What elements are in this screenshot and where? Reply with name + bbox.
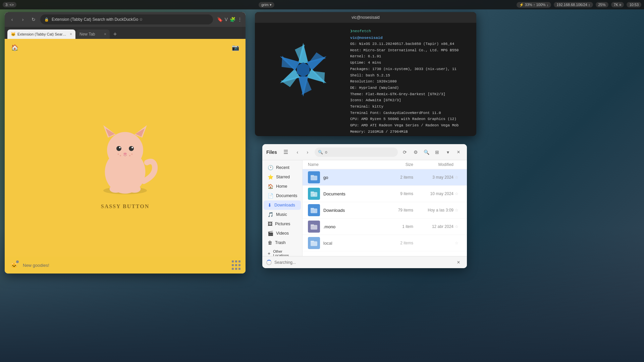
file-star-button[interactable]: ☆ bbox=[455, 208, 462, 213]
apps-icon[interactable] bbox=[231, 260, 241, 270]
new-tab-button[interactable]: + bbox=[110, 29, 120, 39]
files-view-dropdown[interactable]: ▾ bbox=[443, 148, 452, 157]
terminal-line: Terminal: kitty bbox=[350, 104, 383, 110]
files-search-bar[interactable]: 🔍 o bbox=[315, 147, 398, 157]
column-name: Name bbox=[308, 162, 386, 167]
topbar-workspace-label: 3: <> bbox=[5, 3, 14, 7]
topbar: 3: <> grim ▾ ⚡ 33% ↑ 100% ↓ 192.168.68.1… bbox=[0, 0, 644, 9]
sidebar-item-trash-label: Trash bbox=[275, 240, 286, 245]
tab-active[interactable]: 🐱 Extension (Tabby Cat) Search with Duck… bbox=[7, 29, 75, 39]
address-bar[interactable]: 🔒 Extension (Tabby Cat) Search with Duck… bbox=[40, 14, 213, 24]
folder-icon: D bbox=[308, 188, 320, 200]
file-star-button[interactable]: ☆ bbox=[455, 175, 462, 180]
tab-close-button[interactable]: × bbox=[70, 32, 72, 37]
svg-point-11 bbox=[123, 153, 126, 155]
sidebar-item-pictures[interactable]: 🖼 Pictures bbox=[264, 219, 301, 229]
notification-badge[interactable]: 🐱 bbox=[9, 260, 19, 270]
sidebar-item-trash[interactable]: 🗑 Trash bbox=[264, 238, 301, 247]
extensions-icon[interactable]: 🧩 bbox=[230, 17, 235, 22]
topbar-left: 3: <> bbox=[3, 2, 16, 7]
theme-line: Theme: Flat-Remix-GTK-Grey-Darkest [GTK2… bbox=[350, 91, 445, 98]
forward-button[interactable]: › bbox=[19, 15, 27, 23]
search-cancel-button[interactable]: × bbox=[454, 258, 463, 267]
gpu-line: GPU: AMD ATI Radeon Vega Series / Radeon… bbox=[350, 122, 459, 129]
other-locations-icon: + bbox=[268, 251, 270, 256]
reload-button[interactable]: ↻ bbox=[30, 15, 38, 23]
svg-point-8 bbox=[129, 146, 134, 151]
files-menu-button[interactable]: ☰ bbox=[281, 147, 290, 157]
files-close-button[interactable]: × bbox=[454, 148, 463, 157]
terminal-content[interactable]: ❯ neofetch vic@nosesisaid OS: NixOS 23.1… bbox=[255, 23, 476, 136]
shell-line: Shell: bash 5.2.15 bbox=[350, 72, 390, 79]
new-tab-close-button[interactable]: × bbox=[104, 32, 106, 37]
svg-point-15 bbox=[129, 155, 130, 157]
table-row[interactable]: ↓ Downloads 79 items Hoy a las 3:09 ☆ bbox=[303, 202, 467, 219]
browser-icons: 🔖 V 🧩 ⋮ bbox=[217, 17, 242, 22]
sidebar-item-downloads[interactable]: ⬇ Downloads bbox=[264, 200, 301, 210]
search-icon: 🔍 bbox=[318, 150, 323, 155]
home-icon-button[interactable]: 🏠 bbox=[9, 42, 21, 54]
camera-icon-button[interactable]: 📷 bbox=[229, 42, 241, 54]
files-view-toggle[interactable]: ⊞ bbox=[433, 148, 441, 157]
topbar-clock: 10:53 bbox=[627, 2, 641, 7]
trash-icon: 🗑 bbox=[268, 240, 272, 245]
file-star-button[interactable]: ☆ bbox=[455, 241, 462, 245]
file-star-button[interactable]: ☆ bbox=[455, 224, 462, 229]
column-size: Size bbox=[386, 162, 413, 167]
tab-new-tab[interactable]: New Tab × bbox=[76, 29, 110, 39]
sidebar-item-videos[interactable]: 🎬 Videos bbox=[264, 229, 301, 238]
back-button[interactable]: ‹ bbox=[8, 15, 16, 23]
file-name: Documents bbox=[323, 191, 386, 196]
terminal-logo bbox=[260, 26, 347, 133]
sidebar-item-documents[interactable]: 📄 Documents bbox=[264, 191, 301, 200]
starred-icon: ⭐ bbox=[268, 174, 273, 180]
recent-icon: 🕐 bbox=[268, 165, 273, 170]
topbar-workspace-pill[interactable]: 3: <> bbox=[3, 2, 16, 7]
files-main-panel: Name Size Modified go 2 items 3 may 2024… bbox=[303, 160, 467, 256]
documents-icon: 📄 bbox=[268, 193, 273, 198]
bookmark-icon[interactable]: 🔖 bbox=[217, 17, 223, 22]
file-size: 2 items bbox=[386, 241, 413, 245]
more-icon[interactable]: ⋮ bbox=[237, 17, 242, 22]
sidebar-item-other-locations-label: Other Locations bbox=[273, 249, 297, 256]
table-row[interactable]: .mono 1 item 12 abr 2024 ☆ bbox=[303, 219, 467, 235]
files-forward-button[interactable]: › bbox=[303, 148, 312, 157]
account-icon[interactable]: V bbox=[225, 17, 228, 22]
svg-rect-31 bbox=[311, 176, 317, 180]
table-row[interactable]: local 2 items ☆ bbox=[303, 235, 467, 251]
svg-rect-39 bbox=[311, 225, 317, 230]
file-star-button[interactable]: ☆ bbox=[455, 191, 462, 196]
files-filter-icon[interactable]: ⚙ bbox=[411, 148, 420, 157]
tab-label: Extension (Tabby Cat) Search with DuckDu… bbox=[17, 32, 68, 36]
uptime-line: Uptime: 4 mins bbox=[350, 60, 381, 66]
topbar-center-pill[interactable]: grim ▾ bbox=[259, 2, 274, 8]
folder-icon bbox=[308, 221, 320, 233]
lock-icon: 🔒 bbox=[44, 17, 49, 22]
files-history-icon[interactable]: ⟳ bbox=[400, 148, 409, 157]
resolution-line: Resolution: 644x362 bbox=[350, 78, 397, 85]
videos-icon: 🎬 bbox=[268, 231, 273, 236]
table-row[interactable]: D Documents 9 items 10 may 2024 ☆ bbox=[303, 186, 467, 202]
sidebar-item-home[interactable]: 🏠 Home bbox=[264, 182, 301, 191]
browser-toolbar: 🏠 📷 bbox=[9, 42, 241, 54]
browser-window: ‹ › ↻ 🔒 Extension (Tabby Cat) Search wit… bbox=[5, 12, 246, 274]
files-search-icon[interactable]: 🔍 bbox=[422, 148, 431, 157]
topbar-center-label: grim ▾ bbox=[261, 3, 271, 7]
terminal-title: vic@nosesisaid bbox=[352, 15, 380, 20]
sidebar-item-starred[interactable]: ⭐ Starred bbox=[264, 172, 301, 182]
user-host-line: vic@nosesisaid bbox=[350, 35, 472, 41]
sidebar-item-recent[interactable]: 🕐 Recent bbox=[264, 163, 301, 172]
table-row[interactable]: go 2 items 3 may 2024 ☆ bbox=[303, 169, 467, 186]
terminal-info: ❯ neofetch vic@nosesisaid OS: NixOS 23.1… bbox=[350, 26, 472, 133]
sidebar-item-other-locations[interactable]: + Other Locations bbox=[264, 247, 301, 256]
browser-content: 🏠 📷 bbox=[5, 39, 246, 274]
sidebar-item-music[interactable]: 🎵 Music bbox=[264, 210, 301, 219]
downloads-icon: ⬇ bbox=[268, 202, 272, 208]
files-back-button[interactable]: ‹ bbox=[293, 148, 302, 157]
address-text: Extension (Tabby Cat) Search with DuckDu… bbox=[52, 17, 143, 22]
svg-point-9 bbox=[119, 147, 121, 148]
cat-illustration bbox=[82, 110, 169, 197]
svg-text:↓: ↓ bbox=[313, 210, 315, 213]
os-line: OS: NixOS 23.11.20240517.bacb850 (Tapir)… bbox=[350, 41, 454, 47]
tab-favicon: 🐱 bbox=[11, 32, 15, 37]
